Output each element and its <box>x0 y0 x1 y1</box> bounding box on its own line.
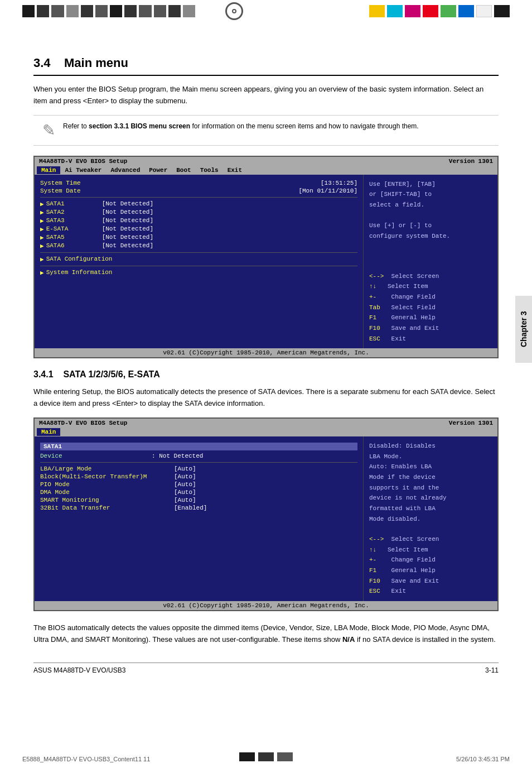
bios-separator-2 <box>40 252 357 253</box>
color-swatch <box>183 5 195 17</box>
bios-titlebar-1: M4A88TD-V EVO BIOS Setup Version 1301 <box>35 157 497 166</box>
section-title: Main menu <box>64 56 128 70</box>
bios-systemtime-value: [13:51:25] <box>321 180 357 186</box>
color-swatch <box>95 5 108 17</box>
bios-key-help-2: <--> Select Screen ↑↓ Select Item +- Cha… <box>369 534 492 597</box>
color-swatch-red <box>423 5 438 17</box>
bios-device-value: : Not Detected <box>152 453 203 459</box>
bios-body-2: SATA1 Device : Not Detected LBA/Large Mo… <box>35 436 497 601</box>
bios-device-row: Device : Not Detected <box>40 452 357 460</box>
color-swatch-green <box>441 5 456 17</box>
bios-nav-2: Main <box>35 428 497 436</box>
bios-esata-row: ▶ E-SATA [Not Detected] <box>40 225 357 233</box>
bios-sata6-row: ▶ SATA6 [Not Detected] <box>40 242 357 250</box>
color-swatch-yellow <box>369 5 385 17</box>
bios-title-1: M4A88TD-V EVO BIOS Setup <box>39 158 127 165</box>
bios-title-2: M4A88TD-V EVO BIOS Setup <box>39 420 127 426</box>
bios-body-1: System Time [13:51:25] System Date [Mon … <box>35 175 497 349</box>
color-swatch <box>168 5 181 17</box>
bios-screenshot-2: M4A88TD-V EVO BIOS Setup Version 1301 Ma… <box>33 417 499 611</box>
crosshair-center <box>217 0 251 22</box>
bios-sata-config-row: ▶ SATA Configuration <box>40 255 357 263</box>
bios-systemdate-label: System Date <box>40 188 81 194</box>
bios-titlebar-2: M4A88TD-V EVO BIOS Setup Version 1301 <box>35 419 497 428</box>
page-footer-left: ASUS M4A88TD-V EVO/USB3 <box>33 666 125 674</box>
chapter-sidebar: Chapter 3 <box>515 296 532 363</box>
color-swatch <box>81 5 93 17</box>
bios-pio-row: PIO Mode [Auto] <box>40 481 357 488</box>
note-text: Refer to section 3.3.1 BIOS menu screen … <box>63 121 419 131</box>
bios-system-time-row: System Time [13:51:25] <box>40 179 357 187</box>
note-box: ✎ Refer to section 3.3.1 BIOS menu scree… <box>33 115 499 146</box>
bios-footer-2: v02.61 (C)Copyright 1985-2010, American … <box>35 601 497 610</box>
page-footer: ASUS M4A88TD-V EVO/USB3 3-11 <box>33 663 499 674</box>
bios-sysinfo-row: ▶ System Information <box>40 268 357 277</box>
section-body-text: When you enter the BIOS Setup program, t… <box>33 84 499 107</box>
bios-separator-3 <box>40 266 357 266</box>
bios-separator-1 <box>40 197 357 198</box>
chapter-label: Chapter 3 <box>519 311 528 348</box>
bios-sata2-row: ▶ SATA2 [Not Detected] <box>40 208 357 217</box>
bios-sata5-row: ▶ SATA5 [Not Detected] <box>40 233 357 242</box>
bios-sata3-row: ▶ SATA3 [Not Detected] <box>40 217 357 225</box>
bios-nav-1: Main Ai Tweaker Advanced Power Boot Tool… <box>35 166 497 175</box>
top-color-bar <box>0 0 532 22</box>
bios-footer-1: v02.61 (C)Copyright 1985-2010, American … <box>35 348 497 357</box>
bios-nav-boot[interactable]: Boot <box>172 166 195 174</box>
bottom-swatch <box>258 752 274 761</box>
bios-nav-power[interactable]: Power <box>144 166 172 174</box>
bios-device-label: Device <box>40 453 152 459</box>
bottom-text: The BIOS automatically detects the value… <box>33 622 499 646</box>
bios-screenshot-1: M4A88TD-V EVO BIOS Setup Version 1301 Ma… <box>33 156 499 359</box>
bios2-nav-main[interactable]: Main <box>37 428 60 436</box>
bios-sata1-header: SATA1 <box>40 443 357 450</box>
bios-smart-row: SMART Monitoring [Auto] <box>40 496 357 504</box>
bios-help-main: Use [ENTER], [TAB] or [SHIFT-TAB] to sel… <box>369 179 492 242</box>
color-swatch <box>124 5 137 17</box>
color-swatch-white <box>476 5 492 17</box>
color-swatch <box>154 5 166 17</box>
note-icon: ✎ <box>42 121 55 140</box>
bios-nav-tools[interactable]: Tools <box>196 166 223 174</box>
main-content: 3.4 Main menu When you enter the BIOS Se… <box>0 22 532 708</box>
bios-sata1-row: ▶ SATA1 [Not Detected] <box>40 200 357 208</box>
bios-block-row: Block(Multi-Sector Transfer)M [Auto] <box>40 473 357 481</box>
subsection-number: 3.4.1 <box>33 369 54 379</box>
bios-right-panel-2: Disabled: Disables LBA Mode. Auto: Enabl… <box>364 436 497 601</box>
color-swatch-cyan <box>387 5 403 17</box>
bios-dma-row: DMA Mode [Auto] <box>40 488 357 496</box>
bios-nav-advanced[interactable]: Advanced <box>106 166 144 174</box>
bios-system-date-row: System Date [Mon 01/11/2010] <box>40 187 357 195</box>
color-swatch <box>66 5 79 17</box>
page-footer-right: 3-11 <box>485 666 499 674</box>
bios-key-help-1: <--> Select Screen ↑↓ Select Item +- Cha… <box>369 271 492 344</box>
bios-version-1: Version 1301 <box>449 158 493 165</box>
color-swatch <box>22 5 35 17</box>
bottom-swatch <box>239 752 255 761</box>
bios2-separator <box>40 462 357 463</box>
bios-nav-exit[interactable]: Exit <box>223 166 246 174</box>
bios-right-panel-1: Use [ENTER], [TAB] or [SHIFT-TAB] to sel… <box>364 175 497 349</box>
color-swatch-magenta <box>405 5 420 17</box>
color-swatch <box>51 5 64 17</box>
bios-nav-main[interactable]: Main <box>37 166 60 174</box>
bios-systemtime-label: System Time <box>40 180 81 186</box>
bottom-color-bar <box>0 746 532 768</box>
note-bold-text: section 3.3.1 BIOS menu screen <box>89 122 190 130</box>
subsection-body-text: While entering Setup, the BIOS automatic… <box>33 386 499 410</box>
section-number: 3.4 <box>33 56 51 70</box>
na-text: N/A <box>342 635 355 644</box>
color-swatch-blue <box>458 5 474 17</box>
bottom-swatch <box>277 752 293 761</box>
bios-nav-aitweaker[interactable]: Ai Tweaker <box>60 166 106 174</box>
section-heading-34: 3.4 Main menu <box>33 56 499 76</box>
bios-help-sata: Disabled: Disables LBA Mode. Auto: Enabl… <box>369 441 492 525</box>
color-swatch <box>110 5 122 17</box>
subsection-heading-341: 3.4.1 SATA 1/2/3/5/6, E-SATA <box>33 369 499 380</box>
color-swatch <box>37 5 49 17</box>
bios-version-2: Version 1301 <box>449 420 493 426</box>
bios-left-panel-1: System Time [13:51:25] System Date [Mon … <box>35 175 364 349</box>
bios-left-panel-2: SATA1 Device : Not Detected LBA/Large Mo… <box>35 436 364 601</box>
subsection-title: SATA 1/2/3/5/6, E-SATA <box>63 369 159 379</box>
bios-systemdate-value: [Mon 01/11/2010] <box>298 188 357 194</box>
